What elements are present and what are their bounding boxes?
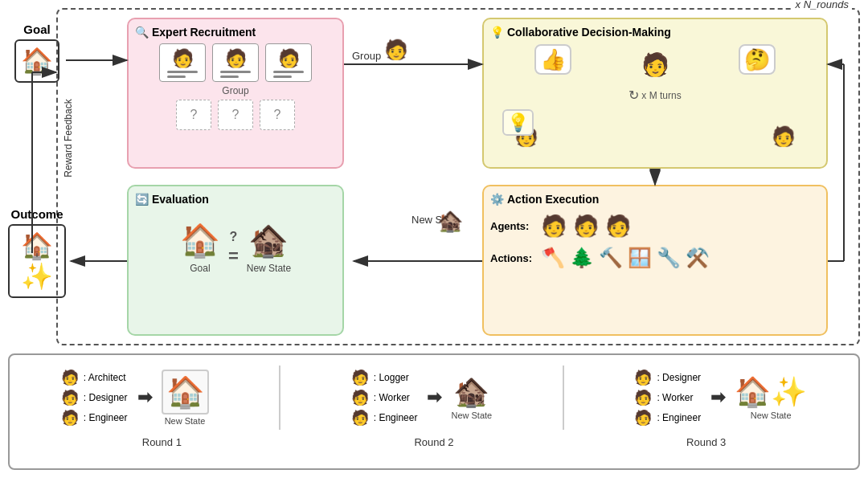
reward-feedback-label: Reward Feedback (63, 99, 74, 177)
rounds-section: 🧑 : Architect 🧑 : Designer 🧑 : Engineer … (8, 353, 860, 470)
round-2-agent-1-icon: 🧑 (351, 369, 369, 386)
outcome-section: Outcome 🏠✨ (8, 207, 66, 298)
collab-panel-title: 💡 Collaborative Decision-Making (490, 26, 820, 39)
wrench-icon: 🔧 (657, 247, 681, 269)
collab-bottom-right-agent: 🧑 (772, 125, 796, 148)
goal-label: Goal (8, 22, 66, 36)
round-1-agent-2-icon: 🧑 (61, 389, 79, 406)
round-3-agent-3: 🧑 : Engineer (634, 409, 701, 427)
outcome-label: Outcome (8, 207, 66, 221)
round-3-agent-2-label: : Worker (657, 392, 693, 403)
round-1-arrow: ➡ (137, 387, 152, 408)
round-3-state: 🏠✨ New State (735, 375, 807, 420)
eval-newstate-icon: 🏚️ (247, 222, 291, 259)
round-3-agent-1-icon: 🧑 (634, 369, 652, 386)
round-1-section: 🧑 : Architect 🧑 : Designer 🧑 : Engineer … (61, 369, 209, 427)
round-1-agent-1-icon: 🧑 (61, 369, 79, 386)
expert-cards-row: 🧑 🧑 🧑 (135, 43, 336, 82)
expert-card-3: 🧑 (265, 43, 312, 82)
round-2-section: 🧑 : Logger 🧑 : Worker 🧑 : Engineer ➡ 🏚️ (351, 369, 492, 427)
question-cards-row: ? ? ? (135, 100, 336, 130)
round-1-state-label: New State (162, 416, 209, 426)
round-2-agent-2: 🧑 : Worker (351, 389, 418, 406)
window-icon: 🪟 (628, 247, 652, 269)
action-panel-title: ⚙️ Action Execution (490, 193, 820, 206)
round-2-agent-3: 🧑 : Engineer (351, 409, 418, 427)
round-1-agent-3-label: : Engineer (84, 412, 128, 423)
round-1-agents: 🧑 : Architect 🧑 : Designer 🧑 : Engineer (61, 369, 128, 427)
agent-icon-2: 🧑 (573, 214, 599, 239)
axe-icon: 🪓 (541, 247, 565, 269)
round-2-state: 🏚️ New State (451, 375, 492, 420)
round-3-agent-1-label: : Designer (657, 372, 701, 383)
round-3-agent-3-icon: 🧑 (634, 409, 652, 427)
round-1-state-icon: 🏠 (162, 370, 209, 415)
round-divider-1 (279, 366, 280, 430)
tools-icon: ⚒️ (686, 247, 710, 269)
round-2-agent-1-label: : Logger (374, 372, 409, 383)
round-2-state-icon: 🏚️ (451, 375, 492, 409)
round-2-arrow: ➡ (427, 387, 441, 408)
actions-row: Actions: 🪓 🌲 🔨 🪟 🔧 ⚒️ (490, 247, 820, 269)
agent-icon-1: 🧑 (541, 214, 567, 239)
collab-content: 👍 🤔 🧑 ↻ x M turns 🧑 🧑 💡 (490, 43, 820, 148)
round-1-state: 🏠 New State (162, 370, 209, 426)
lightbulb-bubble: 💡 (502, 112, 534, 133)
lightbulb-title-icon: 💡 (490, 26, 504, 39)
expert-recruitment-panel: 🔍 Expert Recruitment 🧑 🧑 🧑 (127, 18, 344, 169)
expert-group-label: Group (135, 85, 336, 96)
round-2-agent-3-label: : Engineer (374, 412, 418, 423)
tree-icon: 🌲 (570, 247, 594, 269)
round-3-state-label: New State (735, 410, 807, 420)
agents-row: Agents: 🧑 🧑 🧑 (490, 214, 820, 239)
gear-icon: ⚙️ (490, 193, 504, 206)
round-1-agent-3: 🧑 : Engineer (61, 409, 128, 427)
goal-icon: 🏠 (14, 39, 59, 83)
agents-row-label: Agents: (490, 220, 534, 232)
eval-content: 🏠 Goal ? = 🏚️ New State (135, 222, 336, 274)
evaluation-panel: 🔄 Evaluation 🏠 Goal ? = 🏚️ New State (127, 185, 344, 336)
round-3-label: Round 3 (586, 436, 827, 448)
n-rounds-label: x N_rounds (792, 0, 852, 10)
round-2-agent-2-label: : Worker (374, 392, 410, 403)
round-3-agent-1: 🧑 : Designer (634, 369, 701, 386)
expert-card-2: 🧑 (212, 43, 259, 82)
eval-panel-title: 🔄 Evaluation (135, 193, 336, 206)
round-3-agent-2: 🧑 : Worker (634, 389, 701, 406)
thumbs-up-bubble: 👍 (534, 47, 571, 72)
eval-equals-sign: = (228, 246, 239, 267)
round-3-section: 🧑 : Designer 🧑 : Worker 🧑 : Engineer ➡ 🏠… (634, 369, 807, 427)
outcome-icon: 🏠✨ (8, 224, 66, 298)
rounds-container: 🧑 : Architect 🧑 : Designer 🧑 : Engineer … (26, 363, 842, 431)
eval-newstate-label: New State (247, 263, 291, 274)
round-1-agent-3-icon: 🧑 (61, 409, 79, 427)
round-3-agent-3-label: : Engineer (657, 412, 701, 423)
eval-question-mark: ? (229, 230, 237, 244)
refresh-icon: 🔄 (135, 193, 149, 206)
round-1-agent-1: 🧑 : Architect (61, 369, 128, 386)
round-3-state-icon: 🏠✨ (735, 375, 807, 409)
round-1-agent-2: 🧑 : Designer (61, 389, 128, 406)
q-card-1: ? (176, 100, 211, 130)
round-3-agents: 🧑 : Designer 🧑 : Worker 🧑 : Engineer (634, 369, 701, 427)
round-3-agent-2-icon: 🧑 (634, 389, 652, 406)
action-execution-panel: ⚙️ Action Execution Agents: 🧑 🧑 🧑 Action… (482, 185, 828, 336)
expert-panel-title: 🔍 Expert Recruitment (135, 26, 336, 39)
round-1-agent-1-label: : Architect (84, 372, 126, 383)
magnifier-icon: 🔍 (135, 26, 149, 39)
eval-goal-label: Goal (180, 263, 220, 274)
eval-goal-group: 🏠 Goal (180, 222, 220, 274)
rounds-labels: Round 1 Round 2 Round 3 (26, 436, 842, 448)
expert-card-1: 🧑 (159, 43, 206, 82)
collab-center-agent: 🧑 (641, 51, 669, 78)
round-3-arrow: ➡ (710, 387, 725, 408)
group-agent-icon: 🧑 (384, 39, 408, 61)
q-card-2: ? (218, 100, 253, 130)
round-2-state-label: New State (451, 410, 492, 420)
round-2-agent-2-icon: 🧑 (351, 389, 369, 406)
thinking-bubble: 🤔 (739, 47, 776, 72)
eval-newstate-group: 🏚️ New State (247, 222, 291, 274)
eval-goal-icon: 🏠 (180, 222, 220, 259)
round-2-agent-1: 🧑 : Logger (351, 369, 418, 386)
collab-turns-label: ↻ x M turns (628, 88, 681, 103)
